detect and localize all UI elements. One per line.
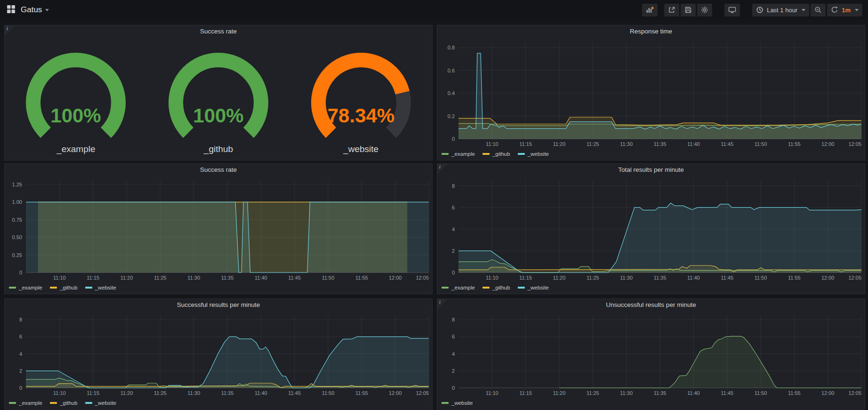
unsuccessful-results-chart[interactable]: 11:1011:1511:2011:2511:3011:3511:4011:45… (437, 311, 865, 398)
x-axis-tick-label: 11:40 (687, 275, 700, 281)
legend-item-_github[interactable]: _github (482, 285, 510, 290)
legend-item-_example[interactable]: _example (9, 285, 42, 290)
legend-item-_example[interactable]: _example (442, 151, 475, 157)
success-rate-chart[interactable]: 11:1011:1511:2011:2511:3011:3511:4011:45… (5, 176, 432, 282)
total-results-chart[interactable]: 11:1011:1511:2011:2511:3011:3511:4011:45… (437, 176, 865, 282)
dashboard-title[interactable]: Gatus (21, 5, 42, 15)
legend-label: _example (451, 151, 475, 157)
panel-info-icon[interactable]: i (5, 25, 15, 36)
legend-label: _example (451, 285, 475, 290)
legend-item-_website[interactable]: _website (85, 285, 116, 290)
x-axis-tick-label: 11:35 (654, 390, 667, 396)
x-axis-tick-label: 11:10 (486, 275, 498, 281)
y-axis-tick-label: 0.25 (12, 252, 22, 258)
y-axis-tick-label: 0.6 (448, 68, 455, 73)
y-axis-tick-label: 2 (19, 368, 22, 374)
x-axis-tick-label: 11:20 (553, 390, 566, 396)
gauges-row: 100%_example100%_github78.34%_website (5, 38, 432, 160)
y-axis-tick-label: 0 (452, 270, 455, 275)
x-axis-tick-label: 11:15 (519, 390, 532, 396)
add-panel-button[interactable] (642, 4, 658, 16)
x-axis-tick-label: 11:15 (87, 275, 99, 281)
x-axis-tick-label: 11:50 (322, 390, 335, 396)
panel-title[interactable]: Total results per minute (437, 164, 865, 176)
x-axis-tick-label: 11:40 (687, 390, 700, 396)
chart-legend: _example_github_website (437, 282, 865, 293)
x-axis-tick-label: 11:10 (486, 390, 498, 396)
y-axis-tick-label: 4 (19, 351, 22, 357)
x-axis-tick-label: 11:20 (553, 275, 566, 281)
share-dashboard-button[interactable] (664, 4, 679, 16)
gauge-_website: 78.34%_website (289, 38, 432, 160)
legend-item-_github[interactable]: _github (482, 151, 510, 157)
panel-info-icon[interactable]: i (437, 164, 448, 174)
x-axis-tick-label: 12:05 (848, 141, 861, 147)
legend-label: _github (492, 151, 510, 157)
panel-info-icon[interactable]: i (437, 299, 448, 309)
y-axis-tick-label: 0 (19, 385, 22, 391)
legend-swatch (482, 153, 490, 155)
legend-item-_website[interactable]: _website (518, 285, 549, 290)
legend-item-_website[interactable]: _website (442, 400, 473, 406)
gauge-value: 78.34% (327, 105, 394, 127)
x-axis-tick-label: 11:35 (654, 275, 667, 281)
x-axis-tick-label: 12:00 (389, 390, 402, 396)
panel-response-time: Response time 11:1011:1511:2011:2511:301… (437, 25, 865, 161)
y-axis-tick-label: 2 (452, 368, 455, 374)
x-axis-tick-label: 11:40 (255, 275, 267, 281)
y-axis-tick-label: 4 (452, 351, 455, 357)
y-axis-tick-label: 1.00 (12, 199, 22, 205)
successful-results-chart[interactable]: 11:1011:1511:2011:2511:3011:3511:4011:45… (5, 311, 432, 398)
x-axis-tick-label: 11:20 (121, 275, 133, 281)
panel-title[interactable]: Response time (437, 25, 865, 38)
legend-item-_github[interactable]: _github (50, 285, 78, 290)
dashboard-title-caret-icon[interactable] (45, 9, 49, 11)
x-axis-tick-label: 11:50 (755, 275, 767, 281)
y-axis-tick-label: 1.25 (12, 182, 22, 187)
dashboards-grid-icon[interactable] (7, 5, 16, 16)
response-time-chart[interactable]: 11:1011:1511:2011:2511:3011:3511:4011:45… (437, 38, 865, 149)
gauge-value: 100% (51, 105, 101, 127)
legend-item-_website[interactable]: _website (85, 400, 116, 406)
panel-total-results: i Total results per minute 11:1011:1511:… (437, 163, 865, 294)
panel-title[interactable]: Success rate (5, 25, 432, 38)
legend-swatch (85, 402, 92, 404)
x-axis-tick-label: 12:00 (821, 275, 835, 281)
legend-swatch (85, 287, 92, 289)
x-axis-tick-label: 11:15 (519, 141, 532, 147)
time-range-picker-button[interactable]: Last 1 hour (752, 4, 809, 16)
tv-monitor-icon (728, 6, 736, 14)
y-axis-tick-label: 8 (452, 317, 455, 322)
series-fill-_website (458, 203, 861, 273)
x-axis-tick-label: 11:50 (322, 275, 335, 281)
legend-item-_website[interactable]: _website (518, 151, 549, 157)
dashboard-grid: i Success rate 100%_example100%_github78… (0, 20, 868, 410)
cycle-view-mode-button[interactable] (724, 4, 740, 16)
y-axis-tick-label: 0 (452, 136, 455, 142)
panel-title[interactable]: Successful results per minute (5, 299, 432, 311)
save-dashboard-button[interactable] (681, 4, 696, 16)
legend-label: _example (19, 285, 42, 290)
legend-label: _website (95, 285, 116, 290)
legend-item-_example[interactable]: _example (9, 400, 42, 406)
dashboard-settings-button[interactable] (697, 4, 712, 16)
legend-label: _example (19, 400, 42, 406)
x-axis-tick-label: 11:55 (788, 275, 801, 281)
legend-item-_example[interactable]: _example (442, 285, 475, 290)
refresh-picker-button[interactable]: 1m (827, 4, 862, 16)
y-axis-tick-label: 0 (452, 385, 455, 391)
gauge-_example: 100%_example (5, 38, 147, 160)
y-axis-tick-label: 4 (452, 226, 455, 232)
legend-swatch (518, 287, 525, 289)
panel-successful-results: Successful results per minute 11:1011:15… (4, 298, 433, 410)
panel-title[interactable]: Success rate (5, 164, 432, 176)
legend-label: _github (60, 400, 78, 406)
legend-item-_github[interactable]: _github (50, 400, 78, 406)
zoom-out-time-range-button[interactable] (811, 4, 826, 16)
x-axis-tick-label: 11:15 (87, 390, 99, 396)
x-axis-tick-label: 11:50 (755, 390, 767, 396)
legend-swatch (50, 287, 57, 289)
x-axis-tick-label: 11:45 (288, 390, 301, 396)
x-axis-tick-label: 11:30 (620, 390, 633, 396)
panel-title[interactable]: Unsuccessful results per minute (437, 299, 865, 311)
